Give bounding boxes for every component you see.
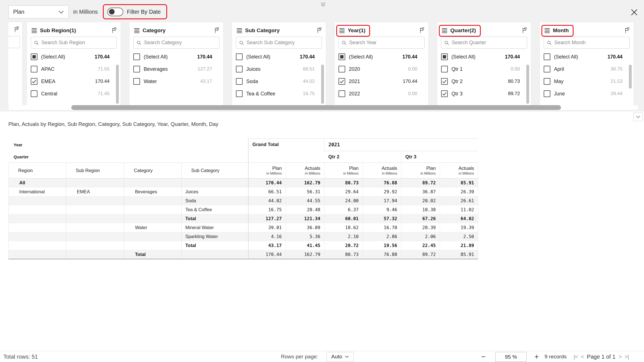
year-2021-header[interactable]: 2021 bbox=[325, 139, 478, 151]
checkbox-unchecked[interactable] bbox=[236, 90, 243, 97]
close-icon[interactable] bbox=[629, 8, 639, 17]
col-header-plan-q3[interactable]: Planin Millions bbox=[401, 163, 440, 178]
checkbox-unchecked[interactable] bbox=[31, 66, 37, 72]
checkbox-unchecked[interactable] bbox=[544, 90, 550, 97]
checkbox-unchecked[interactable] bbox=[544, 66, 550, 72]
slicer-item[interactable]: Water 43.17 bbox=[133, 75, 219, 88]
checkbox-unchecked[interactable] bbox=[544, 78, 550, 85]
drag-handle-icon[interactable] bbox=[237, 28, 242, 33]
drag-handle-icon[interactable] bbox=[339, 28, 345, 33]
first-page-button[interactable]: |< bbox=[574, 354, 578, 360]
checkbox-checked[interactable] bbox=[441, 78, 448, 85]
vertical-scrollbar[interactable] bbox=[116, 65, 119, 104]
slicer-item[interactable]: Central 71.45 bbox=[31, 88, 117, 100]
drag-handle-icon[interactable] bbox=[442, 28, 447, 33]
col-header-category[interactable]: Category bbox=[124, 163, 182, 178]
slicer-item[interactable]: EMEA 170.44 bbox=[31, 75, 117, 88]
last-page-button[interactable]: >| bbox=[625, 354, 629, 360]
checkbox-checked[interactable] bbox=[31, 78, 37, 85]
select-all-checkbox-unchecked[interactable] bbox=[133, 53, 140, 60]
select-all-row[interactable]: (Select All) 170.44 bbox=[544, 51, 630, 63]
measure-dropdown[interactable]: Plan bbox=[8, 5, 69, 18]
search-input-clipped[interactable] bbox=[8, 36, 20, 48]
col-header-sub-region[interactable]: Sub Region bbox=[66, 163, 124, 178]
vertical-scrollbar[interactable] bbox=[321, 65, 324, 104]
grand-total-header[interactable]: Grand Total bbox=[248, 139, 325, 163]
select-all-checkbox-partial[interactable] bbox=[441, 53, 448, 60]
col-header-actuals-q2[interactable]: Actualsin Millions bbox=[363, 163, 401, 178]
checkbox-unchecked[interactable] bbox=[338, 90, 345, 97]
search-input[interactable] bbox=[247, 40, 319, 46]
slicer-item[interactable]: Qtr 3 89.72 bbox=[441, 88, 527, 100]
rows-per-page-dropdown[interactable]: Auto bbox=[326, 352, 354, 361]
select-all-row[interactable]: (Select All) 170.44 bbox=[31, 51, 117, 63]
col-header-region[interactable]: Region bbox=[9, 163, 66, 178]
select-all-row[interactable]: (Select All) 170.44 bbox=[338, 51, 425, 63]
slicer-item[interactable]: Qtr 1 0.00 bbox=[441, 63, 527, 75]
next-page-button[interactable]: > bbox=[619, 354, 622, 360]
slicer-title: Sub Region(1) bbox=[40, 27, 76, 34]
slicer-item[interactable]: 2022 0.00 bbox=[338, 88, 425, 100]
col-header-actuals-q3[interactable]: Actualsin Millions bbox=[440, 163, 478, 178]
flag-icon[interactable] bbox=[522, 27, 528, 34]
flag-icon[interactable] bbox=[14, 26, 20, 33]
flag-icon[interactable] bbox=[419, 27, 425, 34]
slicer-item[interactable]: APAC 71.55 bbox=[31, 63, 117, 75]
filter-by-date-toggle[interactable] bbox=[107, 8, 123, 16]
vertical-scrollbar[interactable] bbox=[526, 65, 529, 104]
flag-icon[interactable] bbox=[316, 27, 323, 34]
drag-handle-icon[interactable] bbox=[544, 28, 550, 33]
checkbox-checked[interactable] bbox=[441, 90, 448, 97]
slicer-item[interactable]: June 28.44 bbox=[544, 88, 630, 100]
select-all-checkbox-unchecked[interactable] bbox=[544, 53, 550, 60]
checkbox-unchecked[interactable] bbox=[236, 66, 243, 72]
slicer-item[interactable]: Soda 44.02 bbox=[236, 75, 322, 88]
drag-handle-icon[interactable] bbox=[134, 28, 139, 33]
zoom-out-button[interactable]: − bbox=[481, 351, 486, 362]
col-header-plan-q2[interactable]: Planin Millions bbox=[325, 163, 363, 178]
slicer-item[interactable]: Tea & Coffee 16.75 bbox=[236, 88, 322, 100]
col-header-plan-gt[interactable]: Planin Millions bbox=[248, 163, 286, 178]
slicer-item[interactable]: Qtr 2 80.73 bbox=[441, 75, 527, 88]
slicer-item[interactable]: 2020 0.00 bbox=[338, 63, 425, 75]
checkbox-unchecked[interactable] bbox=[441, 66, 448, 72]
select-all-row[interactable]: (Select All) 170.44 bbox=[236, 51, 322, 63]
previous-page-button[interactable]: < bbox=[581, 354, 584, 360]
select-all-checkbox-unchecked[interactable] bbox=[236, 53, 243, 60]
qtr2-header[interactable]: Qtr 2 bbox=[325, 151, 401, 163]
search-input[interactable] bbox=[349, 40, 422, 46]
slicer-item[interactable]: Beverages 127.27 bbox=[133, 63, 219, 75]
vertical-scrollbar[interactable] bbox=[629, 65, 632, 89]
search-input[interactable] bbox=[41, 40, 114, 46]
search-input[interactable] bbox=[554, 40, 627, 46]
flag-icon[interactable] bbox=[624, 27, 630, 34]
checkbox-unchecked[interactable] bbox=[133, 78, 140, 85]
horizontal-scrollbar-thumb[interactable] bbox=[71, 105, 561, 110]
flag-icon[interactable] bbox=[214, 27, 220, 34]
select-all-checkbox-partial[interactable] bbox=[31, 53, 37, 60]
slicer-item[interactable]: Juices 66.51 bbox=[236, 63, 322, 75]
slicer-item[interactable]: April 30.75 bbox=[544, 63, 630, 75]
select-all-row[interactable]: (Select All) 170.44 bbox=[133, 51, 219, 63]
horizontal-scrollbar-track[interactable] bbox=[8, 105, 638, 110]
flag-icon[interactable] bbox=[111, 27, 117, 34]
select-all-row[interactable]: (Select All) 170.44 bbox=[441, 51, 527, 63]
zoom-level-field[interactable]: 95 % bbox=[495, 352, 527, 362]
checkbox-unchecked[interactable] bbox=[31, 90, 37, 97]
slicer-item[interactable]: 2021 170.44 bbox=[338, 75, 425, 88]
select-all-checkbox-partial[interactable] bbox=[338, 53, 345, 60]
drag-handle-icon[interactable] bbox=[32, 28, 37, 33]
checkbox-unchecked[interactable] bbox=[236, 78, 243, 85]
collapse-panel-icon[interactable] bbox=[319, 1, 328, 9]
slicer-item[interactable]: May 21.53 bbox=[544, 75, 630, 88]
search-input[interactable] bbox=[452, 40, 524, 46]
col-header-actuals-gt[interactable]: Actualsin Millions bbox=[286, 163, 325, 178]
qtr3-header[interactable]: Qtr 3 bbox=[401, 151, 478, 163]
checkbox-unchecked[interactable] bbox=[338, 66, 345, 72]
checkbox-checked[interactable] bbox=[338, 78, 345, 85]
zoom-in-button[interactable]: + bbox=[534, 351, 539, 362]
search-input[interactable] bbox=[144, 40, 216, 46]
scroll-down-button[interactable] bbox=[633, 112, 643, 121]
col-header-sub-category[interactable]: Sub Category bbox=[182, 163, 248, 178]
checkbox-unchecked[interactable] bbox=[133, 66, 140, 72]
